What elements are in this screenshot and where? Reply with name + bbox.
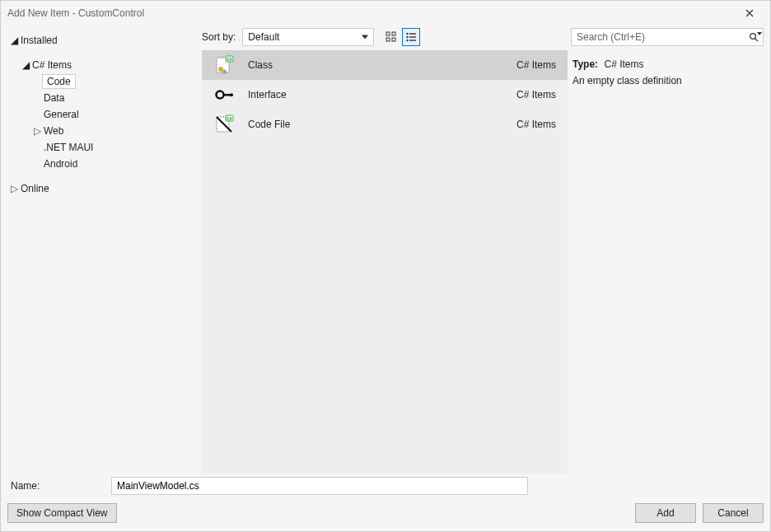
search-input[interactable] [575, 30, 759, 44]
svg-rect-5 [409, 33, 416, 34]
close-button[interactable] [736, 3, 764, 23]
template-row-interface[interactable]: Interface C# Items [202, 80, 568, 110]
caret-right-icon: ▷ [32, 123, 42, 139]
close-icon [745, 9, 754, 17]
nav-item-data[interactable]: Data [6, 90, 197, 106]
dialog-body: ◢ Installed ◢ C# Items Code Data General… [1, 26, 770, 474]
svg-rect-2 [386, 38, 390, 41]
nav-csharp-items[interactable]: ◢ C# Items [6, 57, 197, 73]
nav-csharp-items-label: C# Items [32, 57, 72, 73]
svg-rect-1 [392, 32, 395, 35]
dialog-root: Add New Item - CustomControl ◢ Installed… [0, 0, 771, 532]
details-type-row: Type: C# Items [572, 58, 762, 70]
caret-down-icon: ◢ [9, 32, 19, 49]
center-toolbar: Sort by: Default [202, 26, 568, 50]
show-compact-view-button[interactable]: Show Compact View [7, 503, 117, 523]
grid-icon [386, 31, 397, 43]
svg-rect-0 [386, 32, 390, 35]
nav-online[interactable]: ▷ Online [6, 180, 197, 197]
template-name: Class [248, 59, 516, 71]
dialog-footer: Name: Show Compact View Add Cancel [1, 474, 770, 531]
template-details: Type: C# Items An empty class definition [568, 50, 770, 86]
right-panel: Type: C# Items An empty class definition [568, 26, 770, 474]
template-category: C# Items [516, 59, 556, 71]
search-icon[interactable] [746, 30, 761, 44]
svg-point-21 [750, 34, 756, 40]
svg-point-8 [407, 40, 409, 41]
sort-by-label: Sort by: [202, 31, 236, 43]
nav-installed-label: Installed [21, 32, 58, 49]
name-label: Name: [7, 480, 105, 492]
class-file-icon: C# [213, 54, 235, 76]
view-toggle-group [382, 28, 420, 46]
template-list: C# Class C# Items [202, 50, 568, 474]
nav-online-label: Online [21, 180, 49, 197]
template-category: C# Items [516, 89, 556, 100]
svg-point-15 [217, 91, 224, 99]
svg-point-17 [230, 93, 233, 96]
titlebar: Add New Item - CustomControl [1, 1, 770, 26]
svg-text:C#: C# [227, 57, 232, 62]
window-title: Add New Item - CustomControl [7, 7, 736, 19]
template-category: C# Items [516, 119, 556, 130]
name-row: Name: [7, 477, 764, 495]
add-button[interactable]: Add [635, 503, 696, 523]
nav-item-web[interactable]: ▷ Web [6, 123, 197, 139]
details-type-label: Type: [572, 58, 598, 70]
caret-down-icon: ◢ [21, 57, 30, 73]
list-icon [405, 31, 417, 43]
details-type-value: C# Items [604, 58, 643, 70]
cancel-button[interactable]: Cancel [703, 503, 764, 523]
category-tree: ◢ Installed ◢ C# Items Code Data General… [1, 26, 202, 474]
button-row: Show Compact View Add Cancel [7, 503, 764, 523]
nav-installed[interactable]: ◢ Installed [6, 32, 197, 49]
svg-rect-3 [392, 38, 395, 41]
svg-rect-7 [409, 36, 416, 37]
template-row-codefile[interactable]: C# Code File C# Items [202, 110, 568, 139]
code-file-icon: C# [213, 114, 235, 135]
details-description: An empty class definition [572, 75, 762, 86]
svg-point-13 [218, 67, 223, 72]
view-list-button[interactable] [402, 28, 420, 46]
template-row-class[interactable]: C# Class C# Items [202, 50, 568, 80]
sort-by-select[interactable]: Default [242, 28, 374, 46]
template-name: Interface [248, 89, 516, 100]
template-name: Code File [248, 119, 516, 130]
nav-item-android[interactable]: Android [6, 156, 197, 172]
nav-item-general[interactable]: General [6, 106, 197, 123]
name-input[interactable] [111, 477, 528, 495]
nav-item-code[interactable]: Code [42, 74, 76, 89]
svg-text:C#: C# [227, 116, 232, 121]
nav-item-netmaui[interactable]: .NET MAUI [6, 139, 197, 156]
svg-point-6 [407, 36, 409, 38]
sort-by-value: Default [248, 31, 279, 43]
interface-icon [213, 84, 235, 105]
search-box[interactable] [571, 28, 764, 46]
svg-rect-9 [409, 40, 416, 40]
view-large-icons-button[interactable] [382, 28, 400, 46]
search-wrap [568, 26, 770, 50]
svg-point-4 [407, 33, 409, 35]
caret-right-icon: ▷ [9, 180, 19, 197]
center-panel: Sort by: Default [202, 26, 568, 474]
